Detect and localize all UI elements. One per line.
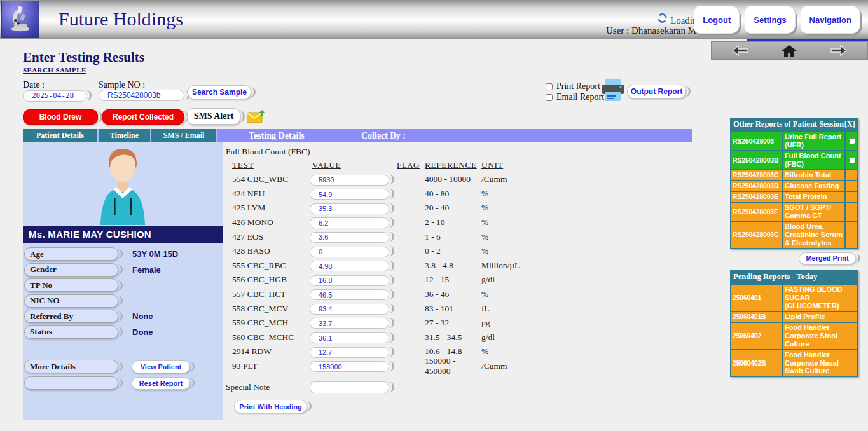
test-name: 425 LYM [226, 203, 310, 213]
test-unit: % [481, 189, 539, 199]
special-note-label: Special Note [226, 382, 270, 392]
pending-report-no[interactable]: 25060401B [731, 312, 782, 322]
sms-alert-button[interactable]: SMS Alert [187, 108, 240, 125]
patient-fields: Age 53Y 0M 15D Gender Female TP No NIC N… [24, 247, 221, 341]
patient-name: Ms. MARIE MAY CUSHION [23, 226, 223, 243]
test-unit: g/dl [481, 332, 539, 343]
report-name[interactable]: Glucose Fasting [783, 181, 844, 191]
patient-field-row: Age 53Y 0M 15D [24, 247, 221, 261]
view-patient-button[interactable]: View Patient [132, 360, 190, 373]
report-no[interactable]: RS250428003 [731, 132, 782, 150]
tab-patient-details[interactable]: Patient Details [23, 129, 99, 142]
test-value-input[interactable] [310, 247, 389, 257]
test-reference: 31.5 - 34.5 [425, 332, 481, 343]
back-arrow-icon[interactable] [732, 45, 748, 56]
report-name[interactable]: Total Protein [783, 192, 844, 202]
test-value-input[interactable] [310, 289, 389, 300]
test-name: 428 BASO [226, 246, 310, 256]
pending-report-name[interactable]: FASTING BLOOD SUGAR (GLUCOMETER) [783, 285, 857, 311]
other-reports-table: RS250428003 Urine Full Report (UFR) RS25… [730, 131, 858, 249]
search-sample-link[interactable]: SEARCH SAMPLE [23, 66, 86, 74]
pending-report-name[interactable]: Food Handler Corporate Nasal Swab Cultur… [783, 350, 857, 376]
test-value-input[interactable] [310, 347, 389, 358]
blood-drew-button[interactable]: Blood Drew [23, 109, 98, 125]
pending-report-no[interactable]: 25060402B [731, 350, 782, 376]
special-note-input[interactable] [310, 381, 389, 393]
logout-button[interactable]: Logout [694, 6, 740, 34]
collect-by-label: Collect By : [361, 129, 406, 142]
test-unit: fL [481, 304, 539, 314]
test-name: 559 CBC_MCH [226, 318, 310, 328]
patient-field-value: Female [132, 265, 161, 275]
report-select-checkbox[interactable] [849, 138, 855, 144]
report-collected-button[interactable]: Report Collected [102, 109, 184, 125]
test-value-input[interactable] [310, 361, 389, 372]
reset-report-button[interactable]: Reset Report [132, 377, 190, 390]
mail-send-icon[interactable] [247, 110, 266, 127]
patient-field-label: TP No [24, 278, 118, 292]
merged-print-button[interactable]: Merged Print [799, 252, 856, 264]
report-select-cell [846, 132, 857, 150]
pending-report-no[interactable]: 25060402 [731, 323, 782, 349]
report-name[interactable]: Blood Urea, Creatinine Serum & Electroly… [783, 222, 844, 248]
printer-icon[interactable] [600, 79, 626, 106]
forward-arrow-icon[interactable] [830, 45, 847, 56]
test-value-input[interactable] [310, 189, 389, 200]
test-value-input[interactable] [310, 175, 389, 186]
output-report-button[interactable]: Output Report [627, 85, 686, 99]
settings-button[interactable]: Settings [745, 6, 795, 34]
test-value-input[interactable] [310, 203, 389, 214]
print-with-heading-button[interactable]: Print With Heading [234, 400, 307, 413]
pending-report-name[interactable]: Lipid Profile [783, 312, 857, 322]
test-value-input[interactable] [310, 304, 389, 315]
test-value-input[interactable] [310, 232, 389, 243]
report-name[interactable]: Full Blood Count (FBC) [783, 151, 844, 169]
test-row: 560 CBC_MCHC 31.5 - 34.5 g/dl [226, 331, 692, 345]
pending-reports-table: 25060401 FASTING BLOOD SUGAR (GLUCOMETER… [730, 284, 858, 378]
report-no[interactable]: RS250428003D [731, 181, 782, 191]
email-report-option: Email Report [546, 92, 604, 102]
date-input[interactable] [23, 90, 86, 102]
report-name[interactable]: Bilirubin Total [783, 170, 844, 180]
report-no[interactable]: RS250428003B [731, 151, 782, 169]
print-report-label: Print Report [556, 81, 600, 92]
col-test: TEST [226, 160, 310, 172]
report-name[interactable]: SGOT / SGPT/ Gamma GT [783, 203, 844, 221]
report-select-checkbox[interactable] [849, 157, 855, 163]
report-no[interactable]: RS250428003E [731, 192, 782, 202]
email-report-checkbox[interactable] [546, 94, 553, 101]
test-row: 427 EOS 1 - 6 % [226, 229, 692, 244]
patient-field-label: NIC NO [24, 294, 118, 308]
tab-timeline[interactable]: Timeline [99, 129, 151, 142]
test-value-input[interactable] [310, 332, 389, 343]
brand-title: Future Holdings [59, 8, 183, 30]
sample-no-input[interactable] [99, 90, 184, 101]
test-reference: 3.8 - 4.8 [425, 261, 481, 271]
report-name[interactable]: Urine Full Report (UFR) [783, 132, 844, 150]
print-report-checkbox[interactable] [546, 83, 553, 90]
test-value-input[interactable] [310, 275, 389, 286]
report-no[interactable]: RS250428003G [731, 222, 782, 248]
test-value-input[interactable] [310, 261, 389, 271]
report-no[interactable]: RS250428003C [731, 170, 782, 180]
loading-ring-icon [657, 13, 668, 26]
test-row: 425 LYM 20 - 40 % [226, 201, 692, 216]
patient-field-value: None [132, 311, 153, 321]
patient-field-label: Status [24, 325, 118, 339]
test-reference: 12 - 15 [425, 275, 481, 285]
testing-details-label: Testing Details [249, 129, 305, 142]
search-sample-button[interactable]: Search Sample [188, 85, 251, 99]
test-panel-title: Full Blood Count (FBC) [226, 147, 310, 157]
pending-report-no[interactable]: 25060401 [731, 285, 782, 311]
patient-field-row: TP No [24, 278, 221, 292]
tab-sms-email[interactable]: SMS / Email [151, 129, 217, 142]
test-value-input[interactable] [310, 318, 389, 329]
test-name: 554 CBC_WBC [226, 174, 310, 184]
navigation-button[interactable]: Navigation [801, 6, 860, 34]
test-row: 556 CBC_HGB 12 - 15 g/dl [226, 273, 692, 287]
test-value-input[interactable] [310, 217, 389, 228]
home-icon[interactable] [782, 45, 798, 56]
report-no[interactable]: RS250428003F [731, 203, 782, 221]
pending-report-name[interactable]: Food Handler Corporate Stool Culture [783, 323, 857, 349]
close-panel-button[interactable]: [X] [844, 120, 855, 129]
